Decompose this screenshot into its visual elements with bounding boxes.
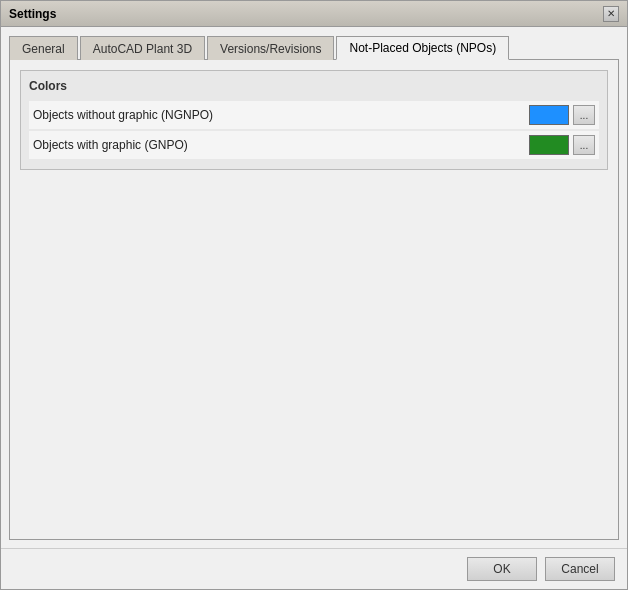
tab-versions[interactable]: Versions/Revisions — [207, 36, 334, 60]
tab-content-npo: Colors Objects without graphic (NGNPO) .… — [9, 60, 619, 540]
content-spacer — [20, 178, 608, 529]
dialog-footer: OK Cancel — [1, 548, 627, 589]
tabs-container: General AutoCAD Plant 3D Versions/Revisi… — [9, 35, 619, 60]
window-title: Settings — [9, 7, 56, 21]
gnpo-ellipsis-button[interactable]: ... — [573, 135, 595, 155]
close-button[interactable]: ✕ — [603, 6, 619, 22]
ngnpo-label: Objects without graphic (NGNPO) — [33, 108, 529, 122]
title-bar: Settings ✕ — [1, 1, 627, 27]
colors-section: Colors Objects without graphic (NGNPO) .… — [20, 70, 608, 170]
cancel-button[interactable]: Cancel — [545, 557, 615, 581]
color-row-ngnpo: Objects without graphic (NGNPO) ... — [29, 101, 599, 129]
ngnpo-color-swatch[interactable] — [529, 105, 569, 125]
section-title: Colors — [29, 79, 599, 93]
gnpo-color-swatch[interactable] — [529, 135, 569, 155]
color-row-gnpo: Objects with graphic (GNPO) ... — [29, 131, 599, 159]
ok-button[interactable]: OK — [467, 557, 537, 581]
dialog-body: General AutoCAD Plant 3D Versions/Revisi… — [1, 27, 627, 548]
tab-npo[interactable]: Not-Placed Objects (NPOs) — [336, 36, 509, 60]
settings-dialog: Settings ✕ General AutoCAD Plant 3D Vers… — [0, 0, 628, 590]
ngnpo-ellipsis-button[interactable]: ... — [573, 105, 595, 125]
gnpo-label: Objects with graphic (GNPO) — [33, 138, 529, 152]
tab-autocad[interactable]: AutoCAD Plant 3D — [80, 36, 205, 60]
tab-general[interactable]: General — [9, 36, 78, 60]
